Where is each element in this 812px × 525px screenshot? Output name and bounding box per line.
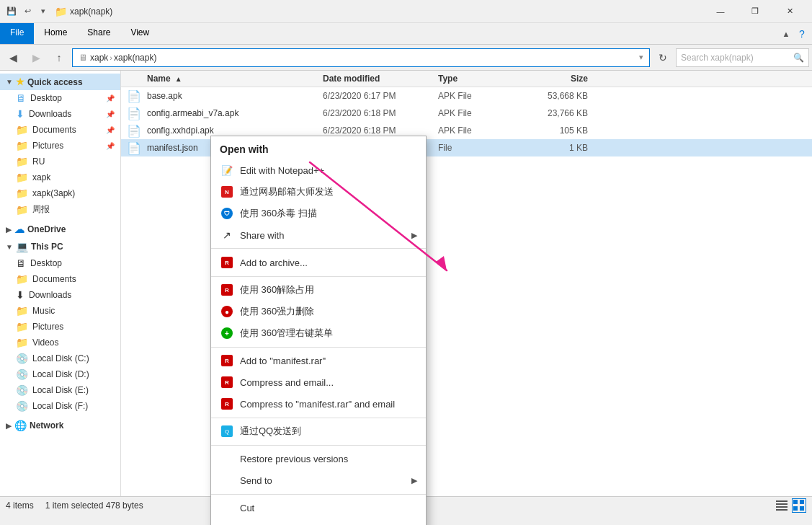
sidebar-item-pictures-pc[interactable]: 📁 Pictures — [0, 319, 120, 335]
pc-music-icon: 📁 — [16, 305, 28, 317]
ctx-item-copy[interactable]: Copy — [211, 519, 426, 525]
ctx-icon-cut — [220, 500, 234, 515]
sidebar-quick-access-header[interactable]: ▼ ★ Quick access — [0, 74, 120, 90]
sidebar-item-xapk[interactable]: 📁 xapk — [0, 169, 120, 185]
thispc-pc-icon: 💻 — [16, 241, 28, 252]
pc-desktop-label: Desktop — [30, 258, 62, 268]
ctx-item-add-manifest-rar[interactable]: R Add to "manifest.rar" — [211, 347, 426, 371]
sidebar-item-local-d[interactable]: 💿 Local Disk (D:) — [0, 366, 120, 382]
sidebar-item-ru[interactable]: 📁 RU — [0, 154, 120, 169]
ctx-item-restore-versions[interactable]: Restore previous versions — [211, 445, 426, 469]
network-icon: 🌐 — [14, 420, 27, 431]
file-name-base-apk: base.apk — [147, 91, 323, 101]
restore-button[interactable]: ❒ — [739, 0, 772, 23]
ctx-item-add-archive[interactable]: R Add to archive... — [211, 252, 426, 273]
downloads-folder-icon: ⬇ — [16, 108, 24, 120]
sidebar-item-local-f[interactable]: 💿 Local Disk (F:) — [0, 398, 120, 414]
sidebar-item-desktop-pc[interactable]: 🖥 Desktop — [0, 255, 120, 271]
ctx-item-send-qq[interactable]: Q 通过QQ发送到 — [211, 418, 426, 442]
sidebar-item-local-e[interactable]: 💿 Local Disk (E:) — [0, 382, 120, 398]
ctx-item-compress-manifest-email[interactable]: R Compress to "manifest.rar" and email — [211, 393, 426, 415]
ctx-label-send-to: Send to — [240, 475, 406, 486]
file-row-config-armeabi[interactable]: 📄 config.armeabi_v7a.apk 6/23/2020 6:18 … — [121, 105, 812, 122]
sidebar-item-xapk3apk[interactable]: 📁 xapk(3apk) — [0, 185, 120, 201]
sidebar-item-local-c[interactable]: 💿 Local Disk (C:) — [0, 350, 120, 366]
ctx-item-360-delete[interactable]: ● 使用 360强力删除 — [211, 301, 426, 322]
ctx-item-edit-notepad[interactable]: 📝 Edit with Notepad++ — [211, 159, 426, 181]
col-date-label: Date modified — [323, 74, 380, 84]
sidebar-item-downloads-quick[interactable]: ⬇ Downloads 📌 — [0, 106, 120, 122]
sidebar-onedrive-header[interactable]: ▶ ☁ OneDrive — [0, 221, 120, 238]
refresh-button[interactable]: ↻ — [653, 48, 673, 68]
col-header-type[interactable]: Type — [438, 74, 525, 84]
close-button[interactable]: ✕ — [773, 0, 806, 23]
ribbon-minimize-icon[interactable]: ▲ — [779, 27, 793, 41]
back-button[interactable]: ◀ — [3, 48, 23, 68]
sidebar-network-header[interactable]: ▶ 🌐 Network — [0, 417, 120, 434]
customize-icon: ▾ — [37, 6, 49, 17]
svg-rect-3 — [776, 509, 788, 511]
pc-videos-icon: 📁 — [16, 337, 28, 348]
pc-disk-f-icon: 💿 — [16, 400, 28, 412]
ctx-label-scan-360: 使用 360杀毒 扫描 — [240, 207, 417, 220]
ctx-icon-notepad: 📝 — [220, 163, 234, 177]
col-header-date[interactable]: Date modified — [323, 74, 438, 84]
ctx-item-360-decompress[interactable]: R 使用 360解除占用 — [211, 276, 426, 301]
pc-disk-e-icon: 💿 — [16, 384, 28, 396]
pc-desktop-icon: 🖥 — [16, 257, 26, 269]
ctx-icon-share: ↗ — [220, 228, 234, 242]
pc-music-label: Music — [32, 306, 55, 316]
sidebar-item-desktop-quick[interactable]: 🖥 Desktop 📌 — [0, 90, 120, 106]
sidebar-item-documents-quick[interactable]: 📁 Documents 📌 — [0, 122, 120, 138]
ctx-label-share-with: Share with — [240, 230, 406, 241]
ctx-icon-360-decompress: R — [220, 283, 234, 297]
sidebar-item-downloads-pc[interactable]: ⬇ Downloads — [0, 287, 120, 303]
file-header-row: Name ▲ Date modified Type Size — [121, 71, 812, 87]
tab-share[interactable]: Share — [77, 23, 120, 44]
address-dropdown-icon[interactable]: ▾ — [639, 53, 643, 62]
sidebar-item-videos-pc[interactable]: 📁 Videos — [0, 335, 120, 350]
sidebar-item-weekly[interactable]: 📁 周报 — [0, 201, 120, 218]
breadcrumb-icon: 🖥 — [79, 53, 87, 63]
file-icon-config-armeabi: 📄 — [121, 107, 147, 120]
pc-documents-label: Documents — [32, 274, 76, 284]
pc-videos-label: Videos — [32, 338, 58, 348]
ctx-icon-360-scan: 🛡 — [220, 206, 234, 221]
weekly-folder-icon: 📁 — [16, 204, 28, 216]
sidebar-item-music-pc[interactable]: 📁 Music — [0, 303, 120, 319]
ctx-item-send-163[interactable]: N 通过网易邮箱大师发送 — [211, 181, 426, 203]
thispc-label: This PC — [31, 242, 63, 252]
ctx-item-compress-email[interactable]: R Compress and email... — [211, 371, 426, 393]
desktop-pin-icon: 📌 — [106, 94, 115, 102]
ctx-label-add-manifest-rar: Add to "manifest.rar" — [240, 356, 417, 366]
ctx-label-cut: Cut — [240, 503, 417, 513]
pictures-quick-label: Pictures — [32, 141, 63, 151]
col-header-name[interactable]: Name ▲ — [121, 74, 323, 84]
details-view-button[interactable] — [775, 498, 789, 513]
ctx-item-scan-360[interactable]: 🛡 使用 360杀毒 扫描 — [211, 203, 426, 224]
up-button[interactable]: ↑ — [49, 48, 69, 68]
minimize-button[interactable]: — — [704, 0, 737, 23]
ctx-item-send-to[interactable]: Send to ▶ — [211, 469, 426, 491]
ctx-icon-163: N — [220, 185, 234, 199]
file-row-base-apk[interactable]: 📄 base.apk 6/23/2020 6:17 PM APK File 53… — [121, 87, 812, 105]
breadcrumb-part2[interactable]: xapk(napk) — [114, 53, 156, 63]
help-icon[interactable]: ? — [795, 27, 809, 41]
breadcrumb-part1[interactable]: xapk — [90, 53, 108, 63]
forward-button[interactable]: ▶ — [26, 48, 46, 68]
sidebar-item-pictures-quick[interactable]: 📁 Pictures 📌 — [0, 138, 120, 154]
large-icons-view-button[interactable] — [792, 498, 806, 513]
tab-home[interactable]: Home — [34, 23, 77, 44]
ctx-item-share-with[interactable]: ↗ Share with ▶ — [211, 224, 426, 249]
address-bar[interactable]: 🖥 xapk › xapk(napk) ▾ — [72, 48, 650, 67]
search-box[interactable]: Search xapk(napk) 🔍 — [676, 48, 809, 67]
col-header-size[interactable]: Size — [525, 74, 597, 84]
file-size-config-xxhdpi: 105 KB — [525, 125, 597, 136]
ctx-item-360-manage[interactable]: + 使用 360管理右键菜单 — [211, 322, 426, 344]
sidebar-item-documents-pc[interactable]: 📁 Documents — [0, 271, 120, 287]
file-icon-config-xxhdpi: 📄 — [121, 124, 147, 138]
sidebar-thispc-header[interactable]: ▼ 💻 This PC — [0, 238, 120, 255]
tab-file[interactable]: File — [0, 23, 34, 44]
tab-view[interactable]: View — [120, 23, 159, 44]
ctx-item-cut[interactable]: Cut — [211, 494, 426, 519]
